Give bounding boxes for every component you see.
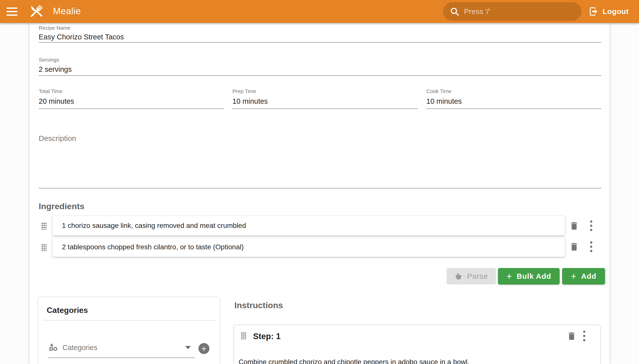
recipe-name-underline	[39, 42, 601, 43]
search-icon	[450, 6, 460, 16]
add-category-button[interactable]: +	[198, 343, 209, 354]
ingredient-input[interactable]: 1 chorizo sausage link, casing removed a…	[52, 216, 565, 235]
app-bar: Mealie Press '/' Logout	[0, 0, 639, 23]
servings-underline	[39, 75, 601, 76]
description-field[interactable]: Description	[39, 134, 76, 142]
cook-time-field[interactable]: 10 minutes	[426, 97, 462, 106]
ingredient-input[interactable]: 2 tablespoons chopped fresh cilantro, or…	[52, 237, 565, 257]
trash-icon	[567, 331, 577, 341]
ingredients-heading: Ingredients	[39, 202, 84, 211]
trash-icon	[569, 242, 579, 252]
categories-divider	[42, 320, 216, 320]
plus-icon: +	[571, 272, 577, 281]
ingredient-menu-button[interactable]	[590, 241, 592, 252]
step-drag-handle[interactable]	[241, 332, 246, 339]
app-title: Mealie	[53, 6, 81, 16]
apple-icon	[455, 272, 463, 280]
mealie-logo-icon[interactable]	[28, 3, 45, 20]
ingredient-delete-button[interactable]	[569, 241, 580, 252]
menu-hamburger-icon[interactable]	[7, 6, 20, 18]
ingredient-menu-button[interactable]	[590, 220, 592, 231]
trash-icon	[569, 221, 579, 231]
prep-time-underline	[232, 108, 418, 109]
categories-select-underline	[48, 358, 195, 358]
step-delete-button[interactable]	[566, 330, 577, 342]
categories-title: Categories	[47, 306, 88, 315]
parse-label: Parse	[467, 272, 488, 280]
search-input[interactable]: Press '/'	[443, 2, 582, 21]
cook-time-label: Cook Time	[426, 88, 451, 94]
servings-label: Servings	[39, 57, 59, 63]
ingredient-text: 2 tablespoons chopped fresh cilantro, or…	[62, 243, 244, 251]
total-time-underline	[39, 108, 224, 109]
logout-label: Logout	[602, 7, 629, 16]
ingredient-drag-handle[interactable]	[41, 222, 46, 230]
prep-time-field[interactable]: 10 minutes	[232, 97, 268, 106]
instructions-heading: Instructions	[234, 300, 283, 310]
shapes-icon	[48, 342, 58, 352]
logout-button[interactable]: Logout	[589, 5, 629, 18]
total-time-field[interactable]: 20 minutes	[39, 97, 74, 106]
logout-icon	[589, 6, 598, 16]
categories-select[interactable]: Categories	[62, 344, 97, 352]
plus-icon: +	[506, 272, 512, 281]
description-underline	[39, 188, 601, 188]
step-title: Step: 1	[253, 332, 281, 341]
bulk-add-label: Bulk Add	[517, 272, 551, 280]
cook-time-underline	[426, 108, 601, 109]
step-menu-button[interactable]	[583, 330, 585, 341]
recipe-name-label: Recipe Name	[39, 25, 70, 31]
bulk-add-button[interactable]: + Bulk Add	[498, 268, 560, 284]
search-placeholder: Press '/'	[464, 7, 490, 16]
ingredient-drag-handle[interactable]	[41, 244, 46, 251]
ingredient-text: 1 chorizo sausage link, casing removed a…	[62, 222, 246, 230]
chevron-down-icon[interactable]	[185, 346, 191, 349]
servings-field[interactable]: 2 servings	[39, 65, 72, 74]
parse-button[interactable]: Parse	[447, 268, 496, 284]
recipe-name-field[interactable]: Easy Chorizo Street Tacos	[39, 33, 124, 41]
add-label: Add	[581, 272, 596, 280]
add-button[interactable]: + Add	[562, 268, 605, 284]
step-text-field[interactable]: Combine crumbled chorizo and chipotle pe…	[239, 358, 588, 364]
total-time-label: Total Time	[39, 88, 63, 94]
prep-time-label: Prep Time	[232, 88, 256, 94]
ingredient-delete-button[interactable]	[569, 220, 580, 231]
